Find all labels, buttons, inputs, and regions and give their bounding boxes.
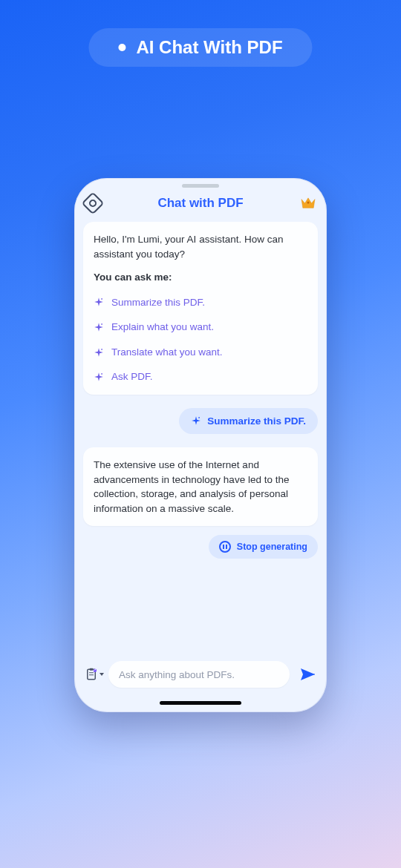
user-message-chip[interactable]: Summarize this PDF. (179, 408, 318, 434)
chat-body: Hello, I'm Lumi, your AI assistant. How … (74, 217, 327, 661)
header-dot-icon (118, 44, 125, 51)
svg-rect-6 (90, 668, 94, 671)
svg-point-0 (101, 299, 102, 300)
sparkle-icon (94, 297, 104, 307)
header-pill-label: AI Chat With PDF (136, 37, 282, 58)
welcome-prompt-heading: You can ask me: (94, 270, 307, 285)
stop-generating-button[interactable]: Stop generating (209, 535, 318, 559)
header-pill: AI Chat With PDF (88, 28, 312, 67)
phone-frame: Chat with PDF Hello, I'm Lumi, your AI a… (74, 178, 327, 712)
welcome-greeting: Hello, I'm Lumi, your AI assistant. How … (94, 232, 307, 261)
home-indicator[interactable] (160, 701, 241, 705)
svg-point-4 (198, 417, 200, 418)
suggestion-label: Summarize this PDF. (111, 295, 205, 310)
suggestion-ask-pdf[interactable]: Ask PDF. (94, 369, 307, 384)
page-title: Chat with PDF (157, 196, 243, 211)
suggestion-summarize[interactable]: Summarize this PDF. (94, 295, 307, 310)
suggestion-label: Translate what you want. (111, 345, 223, 360)
user-message-text: Summarize this PDF. (207, 415, 306, 427)
welcome-bubble: Hello, I'm Lumi, your AI assistant. How … (83, 222, 318, 395)
message-input-wrapper[interactable] (108, 661, 290, 688)
stop-row: Stop generating (83, 535, 318, 559)
sparkle-icon (94, 347, 104, 358)
svg-point-3 (101, 373, 102, 375)
sparkle-icon (94, 322, 104, 332)
sparkle-icon (94, 372, 104, 382)
user-message-row: Summarize this PDF. (83, 408, 318, 434)
suggestion-translate[interactable]: Translate what you want. (94, 345, 307, 360)
svg-point-2 (101, 349, 102, 350)
assistant-response-bubble: The extensive use of the Internet and ad… (83, 447, 318, 526)
send-button[interactable] (299, 665, 316, 683)
clipboard-menu-button[interactable] (85, 664, 102, 685)
sparkle-icon (191, 415, 201, 426)
clipboard-icon (85, 666, 98, 683)
svg-point-1 (101, 323, 102, 325)
crown-icon[interactable] (300, 197, 316, 210)
assistant-response-text: The extensive use of the Internet and ad… (94, 459, 289, 514)
chevron-down-icon (100, 673, 104, 676)
message-input[interactable] (119, 669, 279, 680)
suggestion-label: Ask PDF. (111, 369, 153, 384)
app-header: Chat with PDF (74, 189, 327, 217)
suggestion-label: Explain what you want. (111, 320, 214, 335)
pause-icon (219, 541, 231, 553)
settings-icon[interactable] (81, 191, 104, 214)
send-icon (299, 665, 316, 683)
stop-generating-label: Stop generating (237, 542, 307, 552)
suggestion-explain[interactable]: Explain what you want. (94, 320, 307, 335)
speaker-notch (182, 184, 219, 188)
suggestion-list: Summarize this PDF. Explain what you wan… (94, 295, 307, 384)
input-bar (85, 661, 316, 688)
